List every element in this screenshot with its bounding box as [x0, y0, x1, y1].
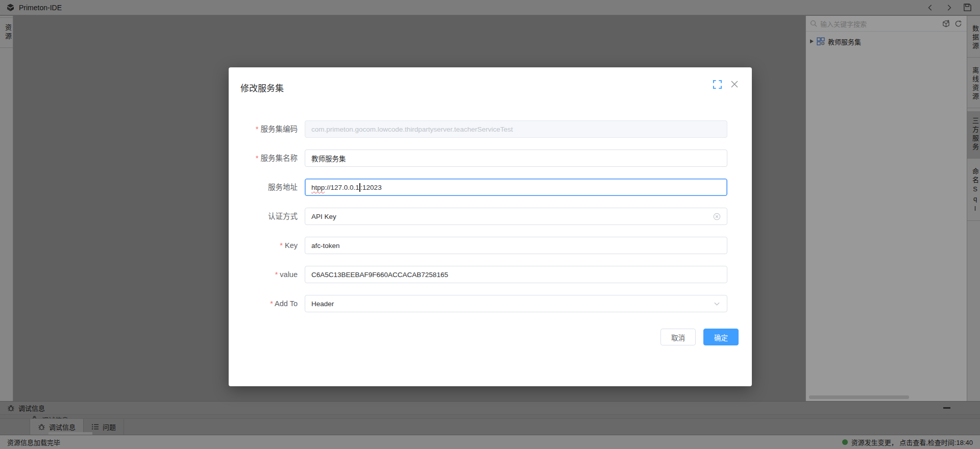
field-service-set-code: 服务集编码: [229, 120, 752, 138]
close-icon[interactable]: [728, 78, 741, 90]
service-address-input[interactable]: htpp://127.0.0.1:12023: [305, 179, 727, 196]
field-label: Key: [229, 237, 305, 254]
field-label: 服务地址: [229, 179, 305, 196]
fullscreen-icon[interactable]: [713, 80, 723, 90]
ok-button[interactable]: 确定: [703, 329, 739, 345]
value-input[interactable]: [305, 266, 727, 283]
add-to-select[interactable]: Header: [305, 295, 727, 312]
chevron-down-icon: [713, 300, 721, 308]
edit-service-set-dialog: 修改服务集 服务集编码 服务集名称 服务地址 htpp://127.0.0.1:…: [229, 67, 752, 386]
address-text-after: :12023: [360, 184, 381, 191]
cancel-button[interactable]: 取消: [660, 329, 696, 345]
key-input[interactable]: [305, 237, 727, 254]
auth-type-select[interactable]: API Key: [305, 208, 727, 225]
field-label: 服务集名称: [229, 149, 305, 167]
field-value: value: [229, 266, 752, 283]
misspelled-text: htpp: [311, 184, 325, 191]
field-service-address: 服务地址 htpp://127.0.0.1:12023: [229, 179, 752, 196]
dialog-form: 服务集编码 服务集名称 服务地址 htpp://127.0.0.1:12023 …: [229, 120, 752, 324]
dialog-title: 修改服务集: [240, 81, 284, 94]
field-label: Add To: [229, 295, 305, 312]
field-add-to: Add To Header: [229, 295, 752, 312]
address-text: ://127.0.0.1: [325, 184, 359, 191]
auth-type-value: API Key: [311, 213, 713, 220]
service-set-name-input[interactable]: [305, 149, 727, 167]
field-label: 服务集编码: [229, 120, 305, 138]
dialog-buttons: 取消 确定: [660, 329, 739, 345]
clear-icon[interactable]: [713, 212, 721, 220]
field-auth-type: 认证方式 API Key: [229, 208, 752, 225]
add-to-value: Header: [311, 300, 713, 308]
field-label: 认证方式: [229, 208, 305, 225]
service-set-code-input: [305, 120, 727, 138]
field-label: value: [229, 266, 305, 283]
field-key: Key: [229, 237, 752, 254]
field-service-set-name: 服务集名称: [229, 149, 752, 167]
